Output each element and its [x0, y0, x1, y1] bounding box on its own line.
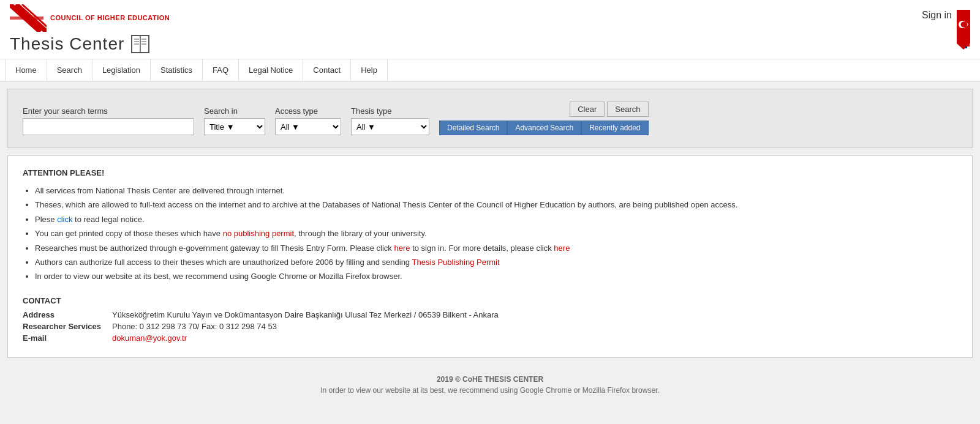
nav-item-statistics[interactable]: Statistics — [151, 59, 203, 81]
top-buttons: Clear Search — [570, 102, 648, 117]
sign-in-button[interactable]: Sign in — [922, 10, 952, 21]
list-item: Researches must be authorized through e-… — [35, 241, 957, 255]
list-item: In order to view our website at its best… — [35, 269, 957, 283]
contact-researcher-row: Researcher Services Phone: 0 312 298 73 … — [23, 322, 957, 331]
sign-in-area: Sign in — [922, 10, 970, 50]
researcher-label: Researcher Services — [23, 322, 102, 331]
nav-item-faq[interactable]: FAQ — [203, 59, 239, 81]
contact-email-row: E-mail dokuman@yok.gov.tr — [23, 333, 957, 343]
thesis-type-group: Thesis type All ▼ Master's Doctoral Prof… — [351, 106, 429, 135]
search-terms-group: Enter your search terms — [23, 106, 194, 135]
list-item: You can get printed copy of those theses… — [35, 226, 957, 240]
access-type-label: Access type — [275, 106, 341, 116]
thesis-center-row: Thesis Center — [10, 33, 170, 55]
list-item: Theses, which are allowed to full-text a… — [35, 198, 957, 212]
buttons-area: Clear Search Detailed Search Advanced Se… — [439, 102, 649, 135]
nav: HomeSearchLegislationStatisticsFAQLegal … — [0, 59, 980, 81]
search-in-group: Search in Title ▼ Author Subject Keyword… — [204, 106, 265, 135]
search-form: Enter your search terms Search in Title … — [23, 102, 957, 135]
clear-button[interactable]: Clear — [570, 102, 605, 117]
advanced-search-button[interactable]: Advanced Search — [507, 121, 581, 135]
detailed-search-button[interactable]: Detailed Search — [439, 121, 507, 135]
nav-item-legal-notice[interactable]: Legal Notice — [239, 59, 303, 81]
logo-top: COUNCIL OF HIGHER EDUCATION — [10, 4, 170, 32]
contact-section: CONTACT Address Yükseköğretim Kurulu Yay… — [23, 296, 957, 343]
bottom-buttons: Detailed Search Advanced Search Recently… — [439, 121, 649, 135]
sign-in-link[interactable]: here — [394, 244, 410, 253]
list-item: Plese click to read legal notice. — [35, 212, 957, 226]
footer-line2: In order to view our website at its best… — [10, 386, 970, 395]
yok-logo-icon — [10, 4, 47, 32]
nav-item-legislation[interactable]: Legislation — [92, 59, 151, 81]
cohe-text: COUNCIL OF HIGHER EDUCATION — [50, 14, 170, 21]
list-item: All services from National Thesis Center… — [35, 184, 957, 198]
book-icon — [129, 33, 151, 55]
header: COUNCIL OF HIGHER EDUCATION Thesis Cente… — [0, 0, 980, 59]
contact-title: CONTACT — [23, 296, 957, 305]
nav-item-contact[interactable]: Contact — [303, 59, 351, 81]
thesis-type-select[interactable]: All ▼ Master's Doctoral Proficiency in A… — [351, 118, 429, 135]
footer: 2019 © CoHE THESIS CENTER In order to vi… — [0, 365, 980, 404]
list-item: Authors can authorize full access to the… — [35, 255, 957, 269]
email-label: E-mail — [23, 333, 102, 343]
search-input[interactable] — [23, 118, 194, 135]
nav-item-home[interactable]: Home — [5, 59, 47, 81]
nav-item-search[interactable]: Search — [47, 59, 92, 81]
info-panel: ATTENTION PLEASE! All services from Nati… — [7, 155, 973, 358]
thesis-permit-link[interactable]: Thesis Publishing Permit — [412, 258, 499, 267]
logo-area: COUNCIL OF HIGHER EDUCATION Thesis Cente… — [10, 4, 170, 55]
access-type-group: Access type All ▼ Open Access Restricted — [275, 106, 341, 135]
email-link[interactable]: dokuman@yok.gov.tr — [112, 333, 187, 343]
researcher-value: Phone: 0 312 298 73 70/ Fax: 0 312 298 7… — [112, 322, 277, 331]
more-details-link[interactable]: here — [554, 244, 570, 253]
search-in-select[interactable]: Title ▼ Author Subject Keyword Universit… — [204, 118, 265, 135]
nav-item-help[interactable]: Help — [351, 59, 388, 81]
address-label: Address — [23, 310, 102, 319]
svg-point-14 — [961, 21, 967, 27]
thesis-type-label: Thesis type — [351, 106, 429, 116]
legal-notice-link[interactable]: click — [57, 215, 72, 224]
search-terms-label: Enter your search terms — [23, 106, 194, 116]
search-panel: Enter your search terms Search in Title … — [7, 89, 973, 148]
contact-address-row: Address Yükseköğretim Kurulu Yayın ve Do… — [23, 310, 957, 319]
search-in-label: Search in — [204, 106, 265, 116]
attention-title: ATTENTION PLEASE! — [23, 168, 957, 177]
access-type-select[interactable]: All ▼ Open Access Restricted — [275, 118, 341, 135]
flag-bookmark-icon — [957, 10, 970, 50]
search-button[interactable]: Search — [607, 102, 648, 117]
thesis-center-text: Thesis Center — [10, 34, 124, 54]
info-list: All services from National Thesis Center… — [23, 184, 957, 284]
svg-rect-19 — [965, 46, 967, 48]
address-value: Yükseköğretim Kurulu Yayın ve Dokümantas… — [112, 310, 499, 319]
recently-added-button[interactable]: Recently added — [581, 121, 648, 135]
svg-rect-3 — [10, 17, 43, 20]
footer-line1: 2019 © CoHE THESIS CENTER — [10, 375, 970, 384]
svg-rect-18 — [965, 44, 970, 46]
